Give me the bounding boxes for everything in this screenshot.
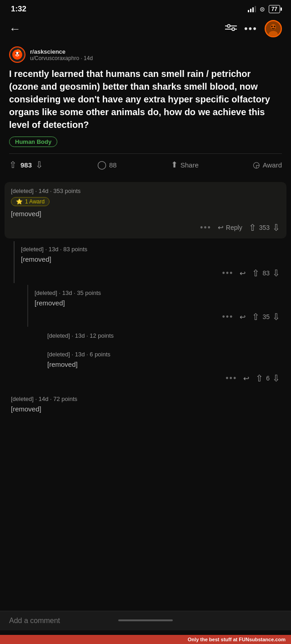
comment-l1-1-upvote[interactable]: ⇧ — [252, 268, 260, 279]
subreddit-name[interactable]: r/askscience — [30, 48, 93, 55]
svg-point-15 — [18, 53, 19, 54]
comment-l1-1-header: [deleted] · 13d · 83 points — [21, 246, 280, 253]
status-icons: ⊜ 77 — [248, 5, 280, 13]
status-time: 1:32 — [11, 5, 26, 14]
comment-1-points: 353 points — [53, 188, 80, 194]
comment-l3-2: [deleted] · 13d · 6 points [removed] •••… — [41, 347, 286, 387]
comment-1-upvote[interactable]: ⇧ — [249, 222, 256, 233]
comment-1-votes: ⇧ 353 ⇩ — [249, 222, 280, 233]
comment-l2-1: [deleted] · 13d · 35 points [removed] ••… — [27, 285, 286, 327]
svg-point-16 — [19, 51, 21, 52]
post-title: I recently learned that humans can smell… — [9, 67, 282, 131]
comment-icon: ◯ — [97, 160, 106, 170]
comment-l3-2-body: [removed] — [47, 360, 280, 368]
home-indicator — [118, 619, 173, 621]
svg-point-10 — [274, 26, 276, 27]
comment-1-award: ⭐ 1 Award — [11, 197, 50, 206]
reply-icon: ↩ — [218, 223, 224, 232]
comment-l1-1-body: [removed] — [21, 255, 280, 263]
share-icon: ⬆ — [171, 160, 178, 170]
comment-1-body: [removed] — [11, 210, 280, 218]
comment-l1-1-actions: ••• ↩ ⇧ 83 ⇩ — [21, 268, 280, 279]
vote-group: ⇧ 983 ⇩ — [9, 159, 43, 170]
comment-l2-1-upvote[interactable]: ⇧ — [252, 311, 260, 322]
upvote-count: 983 — [20, 161, 32, 169]
downvote-button[interactable]: ⇩ — [35, 159, 43, 170]
comment-l2-1-more[interactable]: ••• — [222, 312, 234, 322]
nav-bar: ← ••• — [0, 16, 291, 41]
comment-top-2: [deleted] · 14d · 72 points [removed] — [5, 391, 286, 422]
watermark: Only the best stuff at FUNsubstance.com — [0, 635, 291, 644]
award-icon: ◶ — [253, 160, 260, 170]
comment-1-header: [deleted] · 14d · 353 points — [11, 188, 280, 194]
comment-l1-1-votes: ⇧ 83 ⇩ — [252, 268, 280, 279]
post-author-time: u/Corvuscoraxaphro · 14d — [30, 55, 93, 61]
comment-l3-2-upvote[interactable]: ⇧ — [256, 373, 263, 384]
user-avatar[interactable] — [265, 20, 282, 37]
svg-point-9 — [271, 26, 273, 27]
comment-1-reply-button[interactable]: ↩ Reply — [218, 223, 242, 232]
more-button[interactable]: ••• — [244, 23, 257, 35]
comment-l1-1-more[interactable]: ••• — [222, 269, 234, 278]
nav-right-actions: ••• — [225, 20, 282, 37]
svg-point-14 — [15, 53, 16, 54]
svg-point-0 — [227, 25, 230, 27]
comment-l3-2-downvote[interactable]: ⇩ — [272, 373, 280, 384]
comment-l3-2-header: [deleted] · 13d · 6 points — [47, 351, 280, 358]
post-meta: r/askscience u/Corvuscoraxaphro · 14d — [9, 46, 282, 63]
comment-2-body: [removed] — [11, 405, 280, 413]
back-button[interactable]: ← — [9, 22, 21, 36]
wifi-icon: ⊜ — [260, 5, 265, 13]
post-tag[interactable]: Human Body — [9, 137, 57, 147]
battery-indicator: 77 — [269, 5, 280, 13]
comment-l2-1-header: [deleted] · 13d · 35 points — [35, 289, 280, 296]
comment-l2-1-body: [removed] — [35, 299, 280, 307]
post-meta-text: r/askscience u/Corvuscoraxaphro · 14d — [30, 48, 93, 61]
comment-1-author[interactable]: [deleted] — [11, 188, 34, 194]
post-section: r/askscience u/Corvuscoraxaphro · 14d I … — [0, 41, 291, 179]
comment-l2-1-downvote[interactable]: ⇩ — [272, 311, 280, 322]
comment-top-1: [deleted] · 14d · 353 points ⭐ 1 Award [… — [5, 182, 286, 238]
comment-1-actions: ••• ↩ Reply ⇧ 353 ⇩ — [11, 222, 280, 233]
comment-l3-2-votes: ⇧ 6 ⇩ — [256, 373, 280, 384]
comment-l2-1-reply-icon[interactable]: ↩ — [240, 313, 246, 321]
share-button[interactable]: ⬆ Share — [171, 160, 199, 170]
signal-icon — [248, 6, 256, 12]
comment-l3-2-reply-icon[interactable]: ↩ — [243, 374, 249, 383]
comment-button[interactable]: ◯ 88 — [97, 160, 117, 170]
comment-l2-1-votes: ⇧ 35 ⇩ — [252, 311, 280, 322]
filter-icon[interactable] — [225, 23, 237, 35]
award-star-icon: ⭐ — [16, 198, 23, 205]
subreddit-avatar[interactable] — [9, 46, 25, 63]
comment-l3-1: [deleted] · 13d · 12 points — [41, 329, 286, 345]
comment-l2-1-actions: ••• ↩ ⇧ 35 ⇩ — [35, 311, 280, 322]
comment-l1-1-downvote[interactable]: ⇩ — [272, 268, 280, 279]
comment-l3-2-actions: ••• ↩ ⇧ 6 ⇩ — [47, 373, 280, 384]
comments-container: [deleted] · 14d · 353 points ⭐ 1 Award [… — [0, 182, 291, 469]
comment-1-more[interactable]: ••• — [200, 223, 211, 233]
comment-1-downvote[interactable]: ⇩ — [272, 222, 280, 233]
comment-l3-1-header: [deleted] · 13d · 12 points — [47, 332, 280, 339]
vote-bar: ⇧ 983 ⇩ ◯ 88 ⬆ Share ◶ Award — [9, 153, 282, 172]
status-bar: 1:32 ⊜ 77 — [0, 0, 291, 16]
comment-l1-1: [deleted] · 13d · 83 points [removed] ••… — [14, 241, 286, 283]
upvote-button[interactable]: ⇧ — [9, 159, 17, 170]
comment-2-header: [deleted] · 14d · 72 points — [11, 396, 280, 402]
comment-1-age: 14d — [39, 188, 49, 194]
comment-l1-1-reply-icon[interactable]: ↩ — [240, 269, 246, 278]
comment-l3-2-more[interactable]: ••• — [226, 374, 237, 383]
svg-point-3 — [232, 28, 235, 30]
award-button[interactable]: ◶ Award — [253, 160, 282, 170]
